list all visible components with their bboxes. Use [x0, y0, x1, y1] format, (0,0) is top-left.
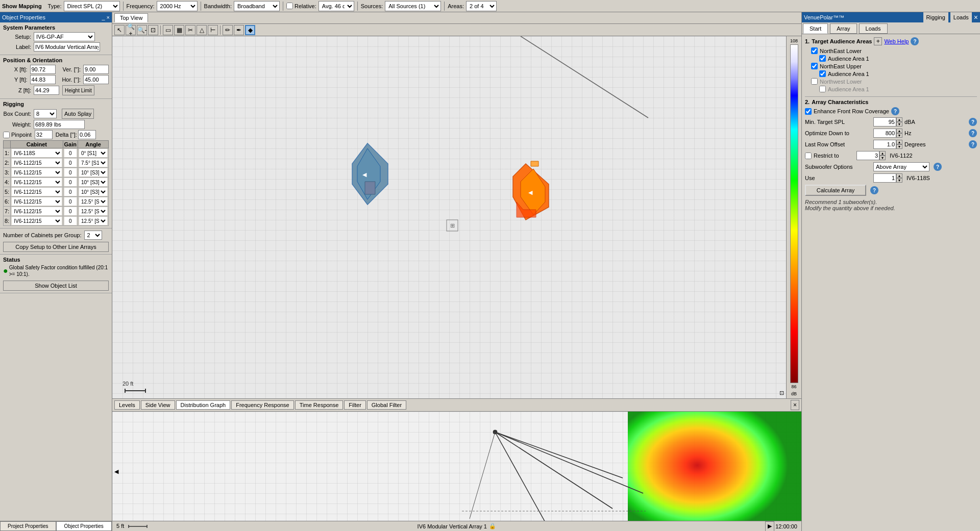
cab-angle-select-6[interactable]: 12.5° [S	[79, 197, 107, 206]
cab-gain-8[interactable]	[63, 216, 78, 226]
northeast-upper-checkbox[interactable]	[811, 63, 818, 69]
cab-gain-input-2[interactable]	[64, 159, 77, 167]
areas-select[interactable]: 2 of 4	[466, 1, 497, 11]
use-up[interactable]: ▲	[896, 173, 902, 178]
last-row-up[interactable]: ▲	[896, 140, 902, 144]
cab-select-7[interactable]: IV6-1122/15	[11, 207, 63, 216]
cab-angle-7[interactable]: 12.5° [S	[78, 207, 109, 216]
select-tool[interactable]: ▭	[163, 25, 173, 35]
top-view-canvas[interactable]: ◀ ◀ ⊞	[112, 36, 786, 398]
cab-select-5[interactable]: IV6-1122/15	[11, 187, 63, 197]
cab-angle-4[interactable]: 10° [S3]	[78, 178, 109, 187]
left-arrow[interactable]: ◀	[114, 468, 118, 475]
frequency-select[interactable]: 2000 Hz	[157, 1, 198, 11]
setup-select[interactable]: IV6-GP-AF	[34, 32, 95, 41]
cab-model-select-8[interactable]: IV6-1122/15	[12, 217, 61, 225]
num-cabinets-select[interactable]: 2	[84, 231, 102, 240]
cab-gain-7[interactable]	[63, 207, 78, 216]
draw-tool[interactable]: ✒	[234, 25, 244, 35]
cab-model-select-7[interactable]: IV6-1122/15	[12, 207, 61, 215]
cab-gain-input-3[interactable]	[64, 168, 77, 176]
cab-select-8[interactable]: IV6-1122/15	[11, 216, 63, 226]
shape-tool[interactable]: △	[197, 25, 207, 35]
min-target-up[interactable]: ▲	[896, 117, 902, 122]
loads-tab-btn[interactable]: Loads	[950, 12, 972, 22]
zoom-fit-tool[interactable]: ⊡	[148, 25, 158, 35]
cab-angle-select-2[interactable]: 7.5° [S1]	[79, 159, 107, 167]
left-panel-close[interactable]: ×	[107, 14, 110, 20]
web-help-btn[interactable]: Web Help	[884, 38, 909, 44]
left-panel-minimize[interactable]: _	[102, 14, 105, 20]
cab-angle-1[interactable]: 0° [S1]	[78, 148, 109, 158]
restrict-checkbox[interactable]	[805, 153, 812, 159]
min-target-help[interactable]: ?	[969, 118, 977, 126]
tab-levels[interactable]: Levels	[114, 400, 140, 410]
y-input[interactable]	[30, 75, 56, 84]
pencil-tool[interactable]: ✏	[223, 25, 233, 35]
avg-select[interactable]: Avg. 46 dB	[318, 1, 354, 11]
optimize-help[interactable]: ?	[969, 129, 977, 137]
cab-angle-8[interactable]: 12.5° [S	[78, 216, 109, 226]
bottom-close-btn[interactable]: ×	[791, 400, 799, 410]
cab-angle-2[interactable]: 7.5° [S1]	[78, 158, 109, 168]
add-audience-btn[interactable]: +	[874, 37, 882, 45]
calc-help[interactable]: ?	[870, 186, 878, 194]
cab-gain-input-5[interactable]	[64, 188, 77, 196]
add-tool[interactable]: ▦	[174, 25, 184, 35]
delta-input[interactable]	[78, 130, 96, 139]
sub-options-help[interactable]: ?	[934, 163, 942, 171]
tab-filter[interactable]: Filter	[344, 400, 365, 410]
auto-splay-btn[interactable]: Auto Splay	[62, 109, 94, 119]
object-properties-tab[interactable]: Object Properties	[56, 521, 112, 531]
right-close-btn[interactable]: ×	[974, 12, 978, 22]
cab-angle-3[interactable]: 10° [S3]	[78, 168, 109, 178]
tab-time-response[interactable]: Time Response	[295, 400, 344, 410]
cab-model-select-2[interactable]: IV6-1122/15	[12, 159, 61, 167]
cab-gain-input-7[interactable]	[64, 207, 77, 215]
optimize-up[interactable]: ▲	[896, 129, 902, 133]
zoom-in-tool[interactable]: 🔍+	[126, 25, 136, 35]
use-input[interactable]	[873, 173, 896, 183]
cab-gain-input-1[interactable]	[64, 149, 77, 157]
last-row-input[interactable]	[873, 140, 896, 149]
cab-gain-6[interactable]	[63, 197, 78, 207]
cab-gain-3[interactable]	[63, 168, 78, 178]
tab-start[interactable]: Start	[803, 23, 828, 34]
delete-tool[interactable]: ✂	[185, 25, 195, 35]
hor-input[interactable]	[83, 75, 109, 84]
cab-gain-1[interactable]	[63, 148, 78, 158]
cab-angle-select-3[interactable]: 10° [S3]	[79, 168, 107, 176]
min-target-input[interactable]	[873, 117, 896, 127]
cab-gain-2[interactable]	[63, 158, 78, 168]
project-properties-tab[interactable]: Project Properties	[0, 521, 56, 531]
label-input[interactable]	[34, 42, 100, 52]
cab-select-4[interactable]: IV6-1122/15	[11, 178, 63, 187]
relative-checkbox[interactable]	[286, 3, 293, 9]
height-limit-btn[interactable]: Height Limit	[62, 85, 94, 95]
show-object-list-btn[interactable]: Show Object List	[3, 281, 109, 291]
calculate-array-btn[interactable]: Calculate Array	[805, 185, 866, 196]
cab-select-3[interactable]: IV6-1122/15	[11, 168, 63, 178]
northwest-lower-checkbox[interactable]	[811, 78, 818, 85]
use-down[interactable]: ▼	[896, 178, 902, 183]
sub-options-select[interactable]: Above Array	[873, 162, 929, 171]
northeast-lower-checkbox[interactable]	[811, 47, 818, 54]
audience1c-checkbox[interactable]	[819, 86, 826, 92]
restrict-input[interactable]	[856, 151, 879, 160]
sources-select[interactable]: All Sources (1)	[385, 1, 441, 11]
pinpoint-input[interactable]	[35, 130, 53, 139]
cab-model-select-3[interactable]: IV6-1122/15	[12, 168, 61, 176]
pinpoint-checkbox[interactable]	[3, 132, 10, 138]
cab-model-select-5[interactable]: IV6-1122/15	[12, 188, 61, 196]
copy-setup-btn[interactable]: Copy Setup to Other Line Arrays	[3, 242, 109, 252]
zoom-out-tool[interactable]: 🔍-	[137, 25, 147, 35]
restrict-down[interactable]: ▼	[879, 156, 886, 160]
last-row-down[interactable]: ▼	[896, 144, 902, 149]
tab-global-filter[interactable]: Global Filter	[367, 400, 406, 410]
audience1a-checkbox[interactable]	[819, 55, 826, 62]
tab-side-view[interactable]: Side View	[141, 400, 175, 410]
cab-angle-5[interactable]: 10° [S3]	[78, 187, 109, 197]
tab-array[interactable]: Array	[830, 23, 856, 34]
cab-angle-select-5[interactable]: 10° [S3]	[79, 188, 107, 196]
cab-select-2[interactable]: IV6-1122/15	[11, 158, 63, 168]
